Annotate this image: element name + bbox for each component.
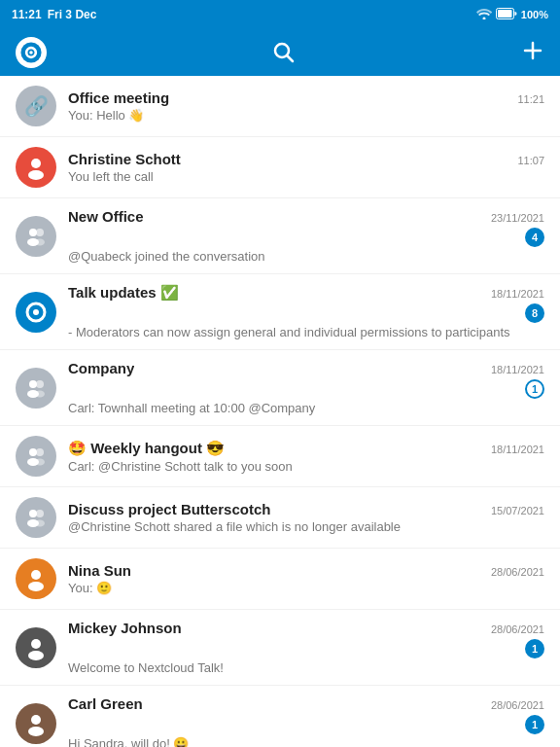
conv-preview: You left the call [68, 169, 544, 184]
conversation-item[interactable]: Company 18/11/2021 1 Carl: Townhall meet… [0, 350, 560, 426]
conv-preview: Carl: @Christine Schott talk to you soon [68, 459, 544, 474]
conv-name: Talk updates ✅ [68, 284, 179, 302]
avatar [16, 147, 56, 188]
svg-point-10 [28, 170, 44, 180]
conv-preview: @Quabeck joined the conversation [68, 249, 544, 264]
conv-preview: You: Hello 👋 [68, 108, 544, 123]
avatar [16, 558, 56, 599]
svg-point-28 [35, 520, 45, 527]
app-logo [16, 37, 47, 68]
svg-point-9 [31, 159, 41, 168]
conv-name: Christine Schott [68, 151, 181, 167]
conv-right: 28/06/2021 1 [483, 699, 544, 734]
conv-right: 11:21 [509, 93, 544, 105]
status-left: 11:21 Fri 3 Dec [12, 8, 96, 21]
conversation-item[interactable]: New Office 23/11/2021 4 @Quabeck joined … [0, 198, 560, 274]
conv-time: 18/11/2021 [491, 444, 544, 455]
conversation-item[interactable]: 🤩 Weekly hangout 😎 18/11/2021 Carl: @Chr… [0, 426, 560, 487]
conv-time: 18/11/2021 [491, 288, 544, 300]
svg-point-34 [28, 727, 44, 736]
unread-badge: 4 [525, 228, 544, 247]
conv-top: Discuss project Butterscotch 15/07/2021 [68, 501, 544, 517]
battery-percent: 100% [521, 9, 548, 20]
conv-name: Company [68, 360, 134, 376]
conv-time: 23/11/2021 [491, 212, 544, 224]
conv-content: Discuss project Butterscotch 15/07/2021 … [68, 501, 544, 534]
svg-point-33 [31, 715, 41, 725]
svg-point-25 [29, 510, 37, 517]
svg-point-24 [35, 459, 45, 466]
conv-name: Carl Green [68, 695, 143, 712]
conv-right: 28/06/2021 1 [483, 623, 544, 658]
conv-right: 11:07 [509, 155, 544, 166]
conv-top: Christine Schott 11:07 [68, 151, 544, 167]
svg-point-11 [29, 229, 37, 236]
conv-name: Mickey Johnson [68, 620, 182, 636]
status-right: 100% [476, 8, 548, 21]
conv-name: Nina Sun [68, 562, 131, 579]
conv-preview: Hi Sandra, will do! 😀 [68, 736, 544, 747]
add-conversation-button[interactable] [521, 39, 544, 66]
conv-name: Office meeting [68, 89, 169, 106]
svg-point-23 [36, 448, 44, 456]
conv-time: 11:21 [517, 93, 544, 105]
svg-point-27 [36, 510, 44, 517]
conversation-item[interactable]: Nina Sun 28/06/2021 You: 🙂 [0, 549, 560, 610]
svg-point-14 [35, 238, 45, 245]
conv-top: Carl Green 28/06/2021 1 [68, 695, 544, 734]
avatar [16, 216, 56, 257]
svg-point-16 [33, 309, 39, 315]
mention-badge: 1 [525, 379, 544, 399]
battery-icon [496, 8, 517, 21]
avatar [16, 368, 56, 409]
conv-content: Nina Sun 28/06/2021 You: 🙂 [68, 562, 544, 595]
conversation-item[interactable]: Christine Schott 11:07 You left the call [0, 137, 560, 198]
avatar [16, 436, 56, 477]
conv-right: 15/07/2021 [483, 505, 544, 516]
conv-top: Talk updates ✅ 18/11/2021 8 [68, 284, 544, 323]
conversation-item[interactable]: Discuss project Butterscotch 15/07/2021 … [0, 487, 560, 549]
conv-content: New Office 23/11/2021 4 @Quabeck joined … [68, 208, 544, 264]
conv-content: Christine Schott 11:07 You left the call [68, 151, 544, 184]
svg-point-4 [29, 51, 33, 54]
avatar [16, 292, 56, 333]
conv-time: 18/11/2021 [491, 364, 544, 375]
search-button[interactable] [272, 41, 296, 64]
conv-top: Company 18/11/2021 1 [68, 360, 544, 399]
svg-point-31 [31, 639, 41, 649]
conv-preview: - Moderators can now assign general and … [68, 325, 544, 339]
conv-top: New Office 23/11/2021 4 [68, 208, 544, 247]
conv-preview: @Christine Schott shared a file which is… [68, 519, 544, 534]
conv-top: 🤩 Weekly hangout 😎 18/11/2021 [68, 440, 544, 457]
conversation-item[interactable]: 🔗 Office meeting 11:21 You: Hello 👋 [0, 76, 560, 137]
svg-point-19 [36, 380, 44, 388]
conversation-item[interactable]: Mickey Johnson 28/06/2021 1 Welcome to N… [0, 610, 560, 686]
conv-content: Office meeting 11:21 You: Hello 👋 [68, 89, 544, 123]
avatar [16, 703, 56, 744]
conv-content: Mickey Johnson 28/06/2021 1 Welcome to N… [68, 620, 544, 675]
svg-point-20 [35, 390, 45, 397]
wifi-icon [476, 8, 492, 21]
conversation-list: 🔗 Office meeting 11:21 You: Hello 👋 Chri… [0, 76, 560, 747]
conv-time: 28/06/2021 [491, 566, 544, 578]
conv-name: New Office [68, 208, 144, 225]
conv-content: 🤩 Weekly hangout 😎 18/11/2021 Carl: @Chr… [68, 440, 544, 474]
conv-preview: Welcome to Nextcloud Talk! [68, 660, 544, 675]
status-time: 11:21 [12, 8, 42, 21]
conv-preview: Carl: Townhall meeting at 10:00 @Company [68, 401, 544, 415]
conv-top: Nina Sun 28/06/2021 [68, 562, 544, 579]
avatar [16, 627, 56, 668]
conv-time: 28/06/2021 [491, 623, 544, 635]
svg-point-17 [29, 380, 37, 388]
conversation-item[interactable]: Carl Green 28/06/2021 1 Hi Sandra, will … [0, 686, 560, 747]
conv-right: 18/11/2021 [483, 444, 544, 455]
svg-point-29 [31, 570, 41, 580]
svg-line-6 [288, 56, 294, 62]
svg-rect-1 [498, 10, 512, 18]
conv-content: Talk updates ✅ 18/11/2021 8 - Moderators… [68, 284, 544, 339]
nav-bar [0, 29, 560, 76]
conversation-item[interactable]: Talk updates ✅ 18/11/2021 8 - Moderators… [0, 274, 560, 350]
avatar [16, 497, 56, 538]
svg-point-32 [28, 651, 44, 660]
conv-content: Company 18/11/2021 1 Carl: Townhall meet… [68, 360, 544, 415]
